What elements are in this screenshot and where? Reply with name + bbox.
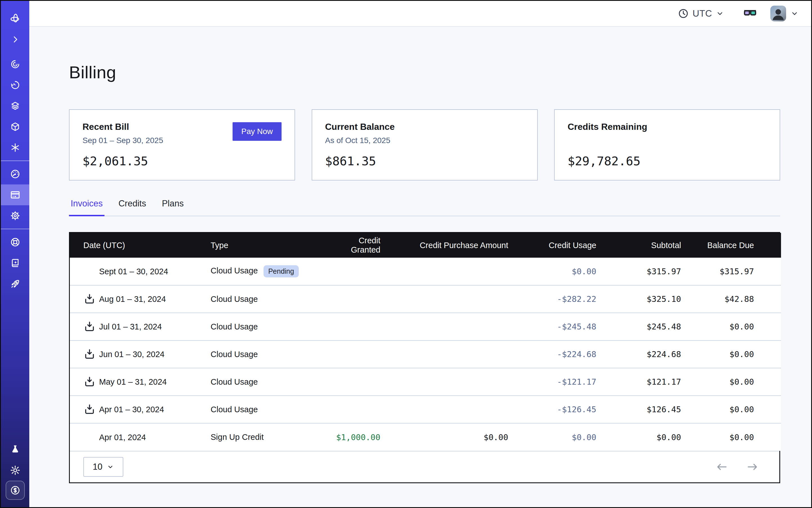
balance-due-value: $315.97: [692, 258, 781, 285]
invoice-type: Cloud Usage: [211, 350, 258, 359]
balance-due-value: $0.00: [692, 396, 781, 423]
download-invoice-button[interactable]: [83, 403, 99, 416]
clock-icon: [678, 8, 689, 19]
invoice-type: Cloud Usage: [211, 377, 258, 386]
previous-page-button[interactable]: [716, 461, 728, 473]
avatar[interactable]: [770, 6, 786, 22]
download-icon: [83, 321, 96, 333]
invoice-date: May 01 – 31, 2024: [99, 377, 167, 386]
subtotal-value: $126.45: [608, 396, 692, 423]
page-size-value: 10: [93, 462, 102, 472]
balance-due-value: $0.00: [692, 423, 781, 451]
credit-granted-value: [327, 396, 392, 423]
download-icon: [83, 293, 96, 305]
feedback-glasses-button[interactable]: [743, 7, 757, 20]
cube-icon[interactable]: [1, 116, 29, 137]
next-page-button[interactable]: [746, 461, 759, 473]
card-title: Credits Remaining: [568, 122, 767, 132]
invoice-date: Apr 01 – 30, 2024: [99, 405, 164, 414]
pagination: 10: [70, 451, 779, 482]
tab-invoices[interactable]: Invoices: [69, 199, 104, 216]
asterisk-icon[interactable]: [1, 137, 29, 158]
billing-tabs: Invoices Credits Plans: [69, 199, 780, 216]
rocket-icon[interactable]: [1, 273, 29, 294]
credit-purchase-amount-value: $0.00: [392, 423, 519, 451]
card-subtitle: As of Oct 15, 2025: [325, 136, 524, 145]
credit-granted-value: $1,000.00: [327, 423, 392, 451]
column-header-credit-granted: Credit Granted: [327, 233, 392, 258]
column-header-credit-usage: Credit Usage: [519, 233, 608, 258]
summary-cards: Recent Bill Sep 01 – Sep 30, 2025 $2,061…: [69, 109, 780, 180]
pay-now-button[interactable]: Pay Now: [232, 122, 282, 141]
recent-bill-card: Recent Bill Sep 01 – Sep 30, 2025 $2,061…: [69, 109, 295, 180]
arrow-right-icon: [746, 461, 759, 473]
glasses-icon: [743, 7, 757, 20]
credit-usage-value: -$126.45: [519, 396, 608, 423]
invoice-row: Apr 01, 2024Sign Up Credit$1,000.00$0.00…: [70, 423, 781, 451]
sidebar-item-billing[interactable]: [1, 184, 29, 205]
sidebar-divider: [1, 161, 29, 161]
credit-usage-value: $0.00: [519, 258, 608, 285]
credits-promo-button[interactable]: [6, 481, 25, 500]
invoice-type: Cloud Usage: [211, 295, 258, 304]
timezone-selector[interactable]: UTC: [678, 8, 724, 19]
layers-icon[interactable]: [1, 95, 29, 116]
labs-flask-icon[interactable]: [1, 439, 29, 460]
card-title: Current Balance: [325, 122, 524, 132]
chevron-down-icon: [107, 463, 114, 471]
main-content: Billing Recent Bill Sep 01 – Sep 30, 202…: [29, 27, 811, 507]
credit-usage-value: -$121.17: [519, 368, 608, 396]
credit-purchase-amount-value: [392, 396, 519, 423]
invoice-date: Jun 01 – 30, 2024: [99, 350, 164, 359]
invoice-row: Apr 01 – 30, 2024Cloud Usage-$126.45$126…: [70, 396, 781, 423]
invoice-type: Cloud Usage: [211, 266, 258, 275]
sidebar: [1, 1, 29, 507]
invoice-date: Sept 01 – 30, 2024: [99, 267, 168, 276]
download-invoice-button[interactable]: [83, 293, 99, 305]
docs-book-icon[interactable]: [1, 253, 29, 273]
download-invoice-button[interactable]: [83, 348, 99, 361]
tab-plans[interactable]: Plans: [160, 199, 185, 216]
download-invoice-button[interactable]: [83, 376, 99, 388]
temporal-logo-icon[interactable]: [1, 8, 29, 29]
card-subtitle: [568, 136, 767, 145]
namespaces-icon[interactable]: [1, 54, 29, 75]
balance-due-value: $0.00: [692, 313, 781, 340]
credit-usage-value: -$245.48: [519, 313, 608, 340]
tab-credits[interactable]: Credits: [117, 199, 148, 216]
download-invoice-button[interactable]: [83, 321, 99, 333]
credit-usage-value: -$282.22: [519, 285, 608, 313]
credit-granted-value: [327, 368, 392, 396]
expand-chevron-right-icon[interactable]: [1, 29, 29, 50]
download-icon: [83, 348, 96, 361]
current-balance-amount: $861.35: [325, 154, 524, 168]
timezone-label: UTC: [693, 8, 712, 19]
invoice-table-body: Sept 01 – 30, 2024Cloud UsagePending$0.0…: [70, 258, 781, 451]
column-header-type: Type: [211, 233, 327, 258]
invoice-row: Jun 01 – 30, 2024Cloud Usage-$224.68$224…: [70, 340, 781, 368]
credit-purchase-amount-value: [392, 368, 519, 396]
account-menu-button[interactable]: [790, 9, 799, 18]
page-size-select[interactable]: 10: [83, 457, 123, 477]
subtotal-value: $121.17: [608, 368, 692, 396]
theme-sun-icon[interactable]: [1, 460, 29, 481]
balance-due-value: $42.88: [692, 285, 781, 313]
credit-granted-value: [327, 340, 392, 368]
column-header-credit-purchase-amount: Credit Purchase Amount: [392, 233, 519, 258]
status-badge: Pending: [263, 265, 299, 278]
credit-granted-value: [327, 285, 392, 313]
credit-usage-value: $0.00: [519, 423, 608, 451]
invoice-type: Sign Up Credit: [211, 432, 264, 441]
invoice-row: Sept 01 – 30, 2024Cloud UsagePending$0.0…: [70, 258, 781, 285]
invoices-table: Date (UTC) Type Credit Granted Credit Pu…: [69, 232, 780, 483]
column-header-date: Date (UTC): [70, 233, 211, 258]
settings-gear-icon[interactable]: [1, 205, 29, 226]
usage-gauge-icon[interactable]: [1, 164, 29, 184]
chevron-down-icon: [716, 9, 724, 18]
invoice-row: Aug 01 – 31, 2024Cloud Usage-$282.22$325…: [70, 285, 781, 313]
schedules-icon[interactable]: [1, 75, 29, 95]
subtotal-value: $325.10: [608, 285, 692, 313]
invoice-row: May 01 – 31, 2024Cloud Usage-$121.17$121…: [70, 368, 781, 396]
invoice-row: Jul 01 – 31, 2024Cloud Usage-$245.48$245…: [70, 313, 781, 340]
support-lifebuoy-icon[interactable]: [1, 232, 29, 253]
